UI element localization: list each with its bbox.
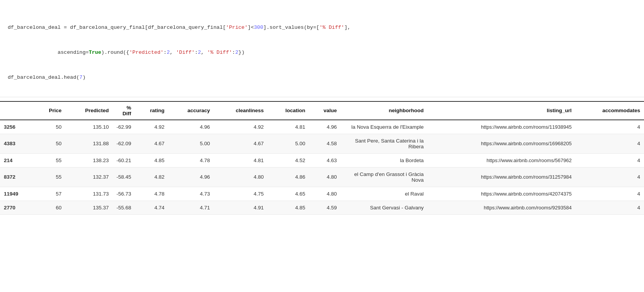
- cell-listing-url: https://www.airbnb.com/rooms/42074375: [427, 187, 576, 201]
- cell-location: 5.00: [267, 134, 309, 153]
- cell-value: 4.80: [309, 187, 340, 201]
- cell-predicted: 135.10: [65, 120, 113, 134]
- table-row: 21455138.23-60.214.854.784.814.524.63la …: [0, 153, 644, 167]
- cell-rating: 4.78: [135, 187, 169, 201]
- cell-pct-diff: -62.99: [113, 120, 135, 134]
- cell-neighborhood: el Raval: [341, 187, 428, 201]
- cell-pct-diff: -62.09: [113, 134, 135, 153]
- cell-predicted: 131.88: [65, 134, 113, 153]
- cell-neighborhood: el Camp d'en Grassot i Gràcia Nova: [341, 167, 428, 187]
- cell-listing-url: https://www.airbnb.com/rooms/567962: [427, 153, 576, 167]
- cell-value: 4.63: [309, 153, 340, 167]
- cell-location: 4.86: [267, 167, 309, 187]
- cell-accuracy: 4.96: [169, 167, 214, 187]
- cell-accommodates: 4: [576, 134, 644, 153]
- cell-cleanliness: 4.91: [214, 201, 268, 214]
- col-header-value: value: [309, 101, 340, 120]
- cell-predicted: 135.37: [65, 201, 113, 214]
- cell-listing-url: https://www.airbnb.com/rooms/31257984: [427, 167, 576, 187]
- cell-price: 55: [35, 167, 65, 187]
- cell-accommodates: 4: [576, 120, 644, 134]
- cell-cleanliness: 4.92: [214, 120, 268, 134]
- cell-neighborhood: la Bordeta: [341, 153, 428, 167]
- cell-rating: 4.74: [135, 201, 169, 214]
- cell-accuracy: 4.71: [169, 201, 214, 214]
- cell-location: 4.52: [267, 153, 309, 167]
- cell-index: 3256: [0, 120, 35, 134]
- code-line-1: df_barcelona_deal = df_barcelona_query_f…: [8, 23, 636, 32]
- table-row: 1194957131.73-56.734.784.734.754.654.80e…: [0, 187, 644, 201]
- cell-neighborhood: Sant Gervasi - Galvany: [341, 201, 428, 214]
- cell-pct-diff: -58.45: [113, 167, 135, 187]
- col-header-predicted: Predicted: [65, 101, 113, 120]
- cell-accuracy: 4.96: [169, 120, 214, 134]
- table-row: 438350131.88-62.094.675.004.675.004.58Sa…: [0, 134, 644, 153]
- cell-location: 4.81: [267, 120, 309, 134]
- col-header-pct-diff: %Diff: [113, 101, 135, 120]
- cell-rating: 4.92: [135, 120, 169, 134]
- cell-value: 4.59: [309, 201, 340, 214]
- cell-pct-diff: -60.21: [113, 153, 135, 167]
- col-header-neighborhood: neighborhood: [341, 101, 428, 120]
- cell-price: 50: [35, 120, 65, 134]
- cell-rating: 4.82: [135, 167, 169, 187]
- table-row: 325650135.10-62.994.924.964.924.814.96la…: [0, 120, 644, 134]
- cell-accommodates: 4: [576, 153, 644, 167]
- cell-index: 214: [0, 153, 35, 167]
- cell-location: 4.65: [267, 187, 309, 201]
- cell-listing-url: https://www.airbnb.com/rooms/9293584: [427, 201, 576, 214]
- cell-predicted: 131.73: [65, 187, 113, 201]
- col-header-rating: rating: [135, 101, 169, 120]
- cell-listing-url: https://www.airbnb.com/rooms/16968205: [427, 134, 576, 153]
- cell-price: 55: [35, 153, 65, 167]
- table-row: 837255132.37-58.454.824.964.804.864.80el…: [0, 167, 644, 187]
- cell-accommodates: 4: [576, 187, 644, 201]
- cell-value: 4.80: [309, 167, 340, 187]
- cell-cleanliness: 4.81: [214, 153, 268, 167]
- code-line-3: df_barcelona_deal.head(7): [8, 73, 636, 82]
- cell-predicted: 132.37: [65, 167, 113, 187]
- cell-cleanliness: 4.80: [214, 167, 268, 187]
- col-header-index: [0, 101, 35, 120]
- cell-neighborhood: la Nova Esquerra de l'Eixample: [341, 120, 428, 134]
- cell-value: 4.58: [309, 134, 340, 153]
- output-cell: Price Predicted %Diff rating accuracy cl…: [0, 97, 644, 215]
- cell-accommodates: 4: [576, 167, 644, 187]
- cell-price: 60: [35, 201, 65, 214]
- cell-location: 4.85: [267, 201, 309, 214]
- cell-accuracy: 4.78: [169, 153, 214, 167]
- cell-index: 4383: [0, 134, 35, 153]
- cell-price: 57: [35, 187, 65, 201]
- cell-accommodates: 4: [576, 201, 644, 214]
- cell-rating: 4.67: [135, 134, 169, 153]
- cell-accuracy: 4.73: [169, 187, 214, 201]
- cell-pct-diff: -55.68: [113, 201, 135, 214]
- col-header-location: location: [267, 101, 309, 120]
- code-cell: df_barcelona_deal = df_barcelona_query_f…: [0, 0, 644, 97]
- code-line-2: ascending=True).round({'Predicted':2, 'D…: [8, 48, 636, 57]
- cell-cleanliness: 4.75: [214, 187, 268, 201]
- cell-value: 4.96: [309, 120, 340, 134]
- cell-index: 11949: [0, 187, 35, 201]
- cell-neighborhood: Sant Pere, Santa Caterina i la Ribera: [341, 134, 428, 153]
- col-header-cleanliness: cleanliness: [214, 101, 268, 120]
- col-header-listing-url: listing_url: [427, 101, 576, 120]
- cell-index: 8372: [0, 167, 35, 187]
- cell-rating: 4.85: [135, 153, 169, 167]
- table-header-row: Price Predicted %Diff rating accuracy cl…: [0, 101, 644, 120]
- col-header-accommodates: accommodates: [576, 101, 644, 120]
- cell-predicted: 138.23: [65, 153, 113, 167]
- cell-accuracy: 5.00: [169, 134, 214, 153]
- cell-index: 2770: [0, 201, 35, 214]
- col-header-price: Price: [35, 101, 65, 120]
- table-row: 277060135.37-55.684.744.714.914.854.59Sa…: [0, 201, 644, 214]
- col-header-accuracy: accuracy: [169, 101, 214, 120]
- cell-pct-diff: -56.73: [113, 187, 135, 201]
- cell-listing-url: https://www.airbnb.com/rooms/11938945: [427, 120, 576, 134]
- cell-price: 50: [35, 134, 65, 153]
- data-table: Price Predicted %Diff rating accuracy cl…: [0, 101, 644, 215]
- cell-cleanliness: 4.67: [214, 134, 268, 153]
